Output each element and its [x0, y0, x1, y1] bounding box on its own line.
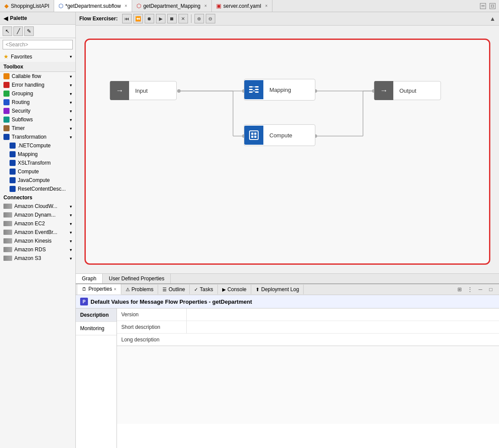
cloudwatch-chevron: ▾: [70, 204, 72, 209]
maximize-button[interactable]: □: [489, 3, 496, 9]
props-tab-description[interactable]: Description: [76, 308, 117, 322]
bottom-tab-console[interactable]: ▶ Console: [218, 285, 251, 294]
play-button[interactable]: ▶: [156, 14, 165, 23]
kinesis-chevron: ▾: [70, 239, 72, 243]
sidebar-tools: ↖ ╱ ✎: [0, 25, 75, 38]
bottom-tab-outline[interactable]: ☰ Outline: [158, 285, 190, 294]
s3-chevron: ▾: [70, 256, 72, 261]
svg-rect-24: [251, 133, 253, 135]
connector-cloudwatch[interactable]: Amazon CloudW... ▾: [0, 202, 75, 211]
tab-shopping[interactable]: ◆ ShoppingListAPI: [0, 0, 54, 12]
search-box[interactable]: <Search>: [3, 40, 73, 49]
bottom-tab-properties[interactable]: 🗒 Properties ×: [78, 284, 121, 295]
tasks-icon: ✓: [194, 287, 198, 292]
stop-button[interactable]: ⏹: [167, 14, 177, 23]
tab-server-close[interactable]: ×: [265, 3, 268, 8]
dynamo-chevron: ▾: [70, 213, 72, 218]
svg-rect-14: [249, 86, 253, 88]
mapping-item-icon: [10, 151, 16, 157]
svg-rect-17: [255, 86, 259, 88]
tab-subflow[interactable]: ⬡ *getDepartment.subflow ×: [54, 0, 132, 12]
node-input[interactable]: → Input: [110, 81, 177, 100]
rewind-button[interactable]: ⏮: [122, 14, 132, 23]
timer-icon: [3, 125, 10, 131]
connector-eventbridge[interactable]: Amazon EventBr... ▾: [0, 228, 75, 237]
long-desc-textarea[interactable]: [117, 346, 499, 424]
connector-ec2[interactable]: Amazon EC2 ▾: [0, 219, 75, 228]
right-side: Flow Exerciser: ⏮ ⏪ ⏺ ▶ ⏹ ✕ ⊕ ⊖ ▲: [76, 12, 499, 448]
note-tool[interactable]: ✎: [24, 26, 34, 36]
props-tab-monitoring[interactable]: Monitoring: [76, 322, 117, 335]
item-netcompute[interactable]: .NETCompute: [0, 141, 75, 150]
dynamo-icon: [3, 212, 12, 218]
properties-tab-close[interactable]: ×: [114, 287, 117, 292]
output-node-label: Output: [393, 88, 422, 94]
step-back-button[interactable]: ⏪: [133, 14, 143, 23]
flow-canvas[interactable]: → Input: [76, 26, 499, 273]
section-security[interactable]: Security ▾: [0, 107, 75, 115]
properties-sidebar: Description Monitoring: [76, 308, 117, 448]
section-connectors[interactable]: Connectors: [0, 193, 75, 202]
panel-minimize-btn[interactable]: ─: [476, 286, 484, 293]
favorites-star-icon: ★: [3, 53, 9, 60]
tab-subflow-close[interactable]: ×: [125, 3, 127, 8]
section-transformation[interactable]: Transformation ▾: [0, 133, 75, 141]
connector-s3[interactable]: Amazon S3 ▾: [0, 254, 75, 263]
connector-rds[interactable]: Amazon RDS ▾: [0, 245, 75, 254]
item-xsltransform[interactable]: XSLTransform: [0, 159, 75, 167]
back-button[interactable]: ◀: [3, 15, 8, 22]
item-mapping[interactable]: Mapping: [0, 150, 75, 159]
shopping-icon: ◆: [4, 3, 9, 9]
canvas-tab-udp[interactable]: User Defined Properties: [103, 274, 171, 283]
version-value[interactable]: [186, 308, 499, 321]
favorites-label: Favorites: [11, 54, 32, 60]
tab-mapping[interactable]: ⬡ getDepartment_Mapping ×: [132, 0, 212, 12]
item-javacompute[interactable]: JavaCompute: [0, 176, 75, 185]
item-compute[interactable]: Compute: [0, 167, 75, 176]
collapse-button[interactable]: ▲: [489, 15, 496, 22]
favorites-header[interactable]: ★ Favorites ▾: [0, 52, 75, 61]
xsltransform-icon: [10, 160, 16, 166]
section-subflows[interactable]: Subflows ▾: [0, 115, 75, 124]
svg-rect-26: [251, 136, 253, 138]
svg-rect-18: [255, 89, 259, 90]
section-callable-flow[interactable]: Callable flow ▾: [0, 72, 75, 81]
zoom-out-button[interactable]: ⊖: [206, 14, 215, 23]
zoom-in-button[interactable]: ⊕: [194, 14, 204, 23]
canvas-tab-graph[interactable]: Graph: [76, 274, 103, 283]
minimize-button[interactable]: ─: [480, 3, 486, 9]
problems-icon: ⚠: [126, 287, 130, 292]
input-node-label: Input: [129, 88, 154, 94]
short-desc-value[interactable]: [186, 321, 499, 333]
node-output[interactable]: → Output: [374, 81, 441, 100]
grouping-icon: [3, 91, 10, 97]
window-controls: ─ □: [476, 0, 499, 12]
section-error-handling[interactable]: Error handling ▾: [0, 81, 75, 89]
cloudwatch-icon: [3, 204, 12, 209]
prop-row-version: Version: [117, 308, 499, 321]
connector-dynamo[interactable]: Amazon Dynam... ▾: [0, 211, 75, 219]
connector-kinesis[interactable]: Amazon Kinesis ▾: [0, 237, 75, 245]
input-node-icon: →: [110, 81, 129, 100]
section-timer[interactable]: Timer ▾: [0, 124, 75, 133]
section-grouping[interactable]: Grouping ▾: [0, 89, 75, 98]
wire-tool[interactable]: ╱: [13, 26, 23, 36]
open-new-btn[interactable]: ⊞: [456, 286, 463, 293]
item-resetcontent[interactable]: ResetContentDesc...: [0, 185, 75, 193]
bottom-tab-problems[interactable]: ⚠ Problems: [121, 285, 159, 294]
node-compute[interactable]: Compute: [244, 124, 315, 146]
clear-button[interactable]: ✕: [178, 14, 188, 23]
node-mapping[interactable]: Mapping: [244, 79, 315, 101]
bottom-tab-deployment[interactable]: ⬆ Deployment Log: [251, 285, 304, 294]
panel-maximize-btn[interactable]: □: [487, 286, 495, 293]
tab-mapping-close[interactable]: ×: [204, 3, 207, 8]
pointer-tool[interactable]: ↖: [3, 26, 12, 36]
panel-menu-btn[interactable]: ⋮: [466, 286, 474, 293]
netcompute-icon: [10, 143, 16, 149]
error-handling-icon: [3, 82, 10, 88]
search-placeholder: <Search>: [6, 42, 28, 48]
tab-server[interactable]: ▣ server.conf.yaml ×: [212, 0, 272, 12]
record-button[interactable]: ⏺: [145, 14, 154, 23]
section-routing[interactable]: Routing ▾: [0, 98, 75, 107]
bottom-tab-tasks[interactable]: ✓ Tasks: [190, 285, 218, 294]
